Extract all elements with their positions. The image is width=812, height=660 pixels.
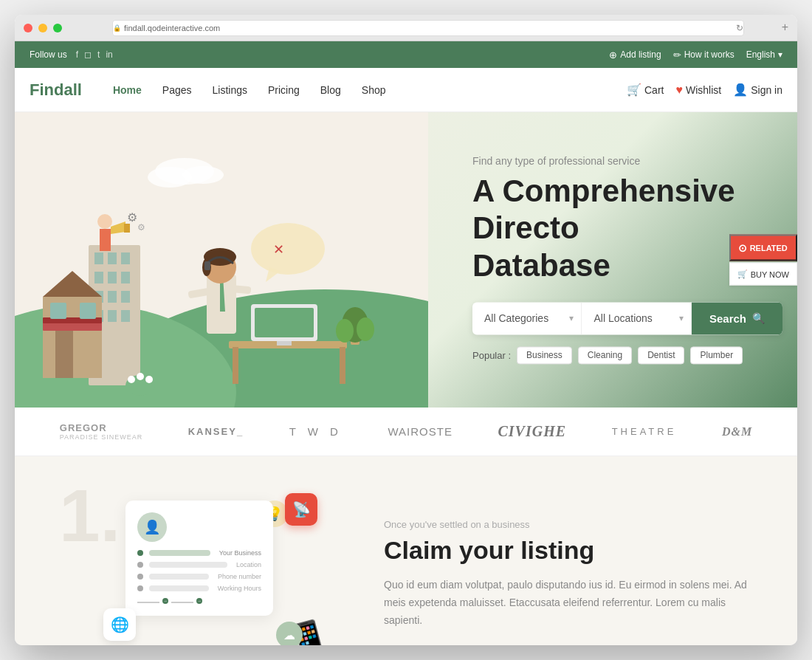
svg-point-32 bbox=[251, 223, 325, 275]
svg-rect-29 bbox=[124, 224, 130, 233]
svg-rect-17 bbox=[108, 310, 117, 322]
browser-window: 🔒 findall.qodeinteractive.com ↻ + Follow… bbox=[15, 15, 797, 645]
search-icon: 🔍 bbox=[752, 313, 765, 325]
locations-select[interactable]: All Locations bbox=[593, 303, 678, 335]
add-listing-button[interactable]: ⊕ Add listing bbox=[609, 49, 661, 61]
language-selector[interactable]: English ▾ bbox=[746, 49, 782, 60]
logo-find: Find bbox=[30, 80, 63, 99]
listing-row-business: Your Business bbox=[137, 549, 261, 557]
new-tab-button[interactable]: + bbox=[782, 21, 788, 34]
svg-point-52 bbox=[357, 317, 374, 341]
how-left: 1. 👤 Your Business Location bbox=[59, 493, 340, 645]
svg-rect-27 bbox=[100, 229, 111, 251]
close-dot[interactable] bbox=[24, 24, 32, 32]
hero-section: ⚙ ⚙ ✕ bbox=[15, 112, 797, 408]
top-bar: Follow us f ◻ t in ⊕ Add listing ✏ How i… bbox=[15, 41, 797, 68]
url-text: findall.qodeinteractive.com bbox=[124, 24, 220, 32]
refresh-icon[interactable]: ↻ bbox=[736, 23, 743, 33]
nav-blog[interactable]: Blog bbox=[312, 78, 350, 102]
popular-tag-cleaning[interactable]: Cleaning bbox=[578, 347, 632, 365]
brand-wairoste: Wairoste bbox=[388, 425, 452, 438]
brand-gregor: GREGOR PARADISE SINEWEAR bbox=[60, 422, 142, 441]
hero-illustration: ⚙ ⚙ ✕ bbox=[15, 112, 428, 408]
svg-rect-40 bbox=[204, 261, 210, 270]
maximize-dot[interactable] bbox=[53, 24, 62, 32]
svg-text:✕: ✕ bbox=[273, 242, 284, 257]
upload-icon: ☁ bbox=[276, 622, 303, 645]
locations-select-wrap[interactable]: All Locations bbox=[582, 303, 691, 335]
how-illustration: 👤 Your Business Location Phone bbox=[96, 493, 332, 645]
categories-select-wrap[interactable]: All Categories bbox=[472, 303, 582, 335]
svg-point-56 bbox=[145, 376, 153, 383]
popular-tag-dentist[interactable]: Dentist bbox=[638, 347, 684, 365]
brand-kansey: KANSEY_ bbox=[188, 426, 244, 437]
svg-rect-7 bbox=[94, 252, 103, 264]
browser-titlebar: 🔒 findall.qodeinteractive.com ↻ + bbox=[15, 15, 797, 41]
user-avatar-icon: 👤 bbox=[137, 512, 167, 542]
nav-pricing[interactable]: Pricing bbox=[259, 78, 309, 102]
related-button[interactable]: ⊙ RELATED bbox=[729, 235, 797, 261]
globe-icon: 🌐 bbox=[103, 608, 136, 641]
popular-tag-plumber[interactable]: Plumber bbox=[690, 347, 743, 365]
related-sidebar: ⊙ RELATED 🛒 BUY NOW bbox=[729, 235, 797, 286]
cart-button[interactable]: 🛒 Cart bbox=[627, 83, 664, 97]
brand-twd: T W D bbox=[289, 425, 343, 438]
hero-subtitle: Find any type of professional service bbox=[472, 155, 782, 167]
listing-row-location: Location bbox=[137, 561, 261, 568]
linkedin-icon[interactable]: in bbox=[106, 49, 112, 60]
user-icon: 👤 bbox=[733, 83, 748, 97]
brand-dm: D&M bbox=[722, 425, 752, 439]
logo[interactable]: Findall bbox=[30, 80, 82, 100]
nav-right: 🛒 Cart ♥ Wishlist 👤 Sign in bbox=[627, 83, 782, 97]
svg-point-51 bbox=[336, 319, 354, 343]
nav-home[interactable]: Home bbox=[104, 78, 151, 102]
how-title: Claim your listing bbox=[384, 536, 753, 565]
popular-tag-business[interactable]: Business bbox=[517, 347, 572, 365]
circle-icon: ⊙ bbox=[738, 242, 747, 254]
twitter-icon[interactable]: t bbox=[97, 49, 100, 60]
add-listing-icon: ⊕ bbox=[609, 49, 617, 61]
nav-pages[interactable]: Pages bbox=[154, 78, 201, 102]
buy-now-button[interactable]: 🛒 BUY NOW bbox=[729, 263, 797, 286]
svg-rect-48 bbox=[340, 347, 345, 384]
chevron-down-icon: ▾ bbox=[778, 49, 782, 60]
social-icons: f ◻ t in bbox=[76, 49, 113, 60]
follow-us-label: Follow us bbox=[30, 49, 67, 60]
brands-bar: GREGOR PARADISE SINEWEAR KANSEY_ T W D W… bbox=[15, 408, 797, 456]
signin-button[interactable]: 👤 Sign in bbox=[733, 83, 782, 97]
brand-theatre: THEATRE bbox=[612, 426, 677, 437]
svg-point-3 bbox=[182, 166, 224, 184]
nav-shop[interactable]: Shop bbox=[353, 78, 395, 102]
how-section: 1. 👤 Your Business Location bbox=[15, 456, 797, 645]
brush-icon: ✏ bbox=[673, 49, 681, 61]
svg-rect-15 bbox=[121, 291, 130, 303]
lock-icon: 🔒 bbox=[113, 24, 121, 32]
listing-card: 👤 Your Business Location Phone bbox=[125, 501, 273, 616]
listing-row-phone: Phone number bbox=[137, 573, 261, 580]
how-it-works-link[interactable]: ✏ How it works bbox=[673, 49, 734, 61]
svg-point-55 bbox=[137, 373, 144, 380]
top-bar-left: Follow us f ◻ t in bbox=[30, 49, 113, 60]
svg-rect-12 bbox=[121, 272, 130, 283]
nav-listings[interactable]: Listings bbox=[204, 78, 256, 102]
search-bar: All Categories All Locations Search 🔍 bbox=[472, 303, 782, 335]
categories-select[interactable]: All Categories bbox=[484, 303, 569, 335]
top-bar-right: ⊕ Add listing ✏ How it works English ▾ bbox=[609, 49, 782, 61]
svg-rect-18 bbox=[121, 310, 130, 322]
svg-point-54 bbox=[128, 376, 135, 383]
rss-icon: 📡 bbox=[285, 493, 317, 526]
how-text: Quo id eum diam volutpat, paulo disputan… bbox=[384, 577, 753, 629]
instagram-icon[interactable]: ◻ bbox=[84, 49, 92, 60]
address-bar[interactable]: 🔒 findall.qodeinteractive.com ↻ bbox=[112, 20, 744, 36]
wishlist-button[interactable]: ♥ Wishlist bbox=[675, 83, 721, 97]
svg-point-26 bbox=[97, 214, 112, 229]
brand-civighe: Civighe bbox=[498, 423, 566, 440]
search-button[interactable]: Search 🔍 bbox=[692, 303, 782, 335]
svg-rect-46 bbox=[277, 341, 292, 346]
svg-rect-14 bbox=[108, 291, 117, 303]
main-nav: Findall Home Pages Listings Pricing Blog… bbox=[15, 68, 797, 112]
minimize-dot[interactable] bbox=[38, 24, 47, 32]
how-right: Once you've settled on a business Claim … bbox=[384, 519, 753, 629]
facebook-icon[interactable]: f bbox=[76, 49, 78, 60]
svg-rect-47 bbox=[233, 347, 238, 384]
